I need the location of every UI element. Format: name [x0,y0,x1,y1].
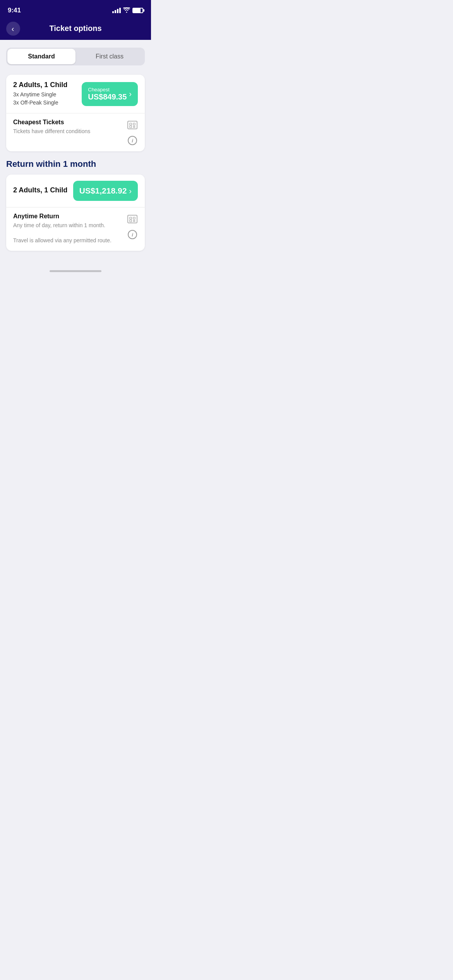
qr-ticket-icon [127,120,138,132]
tab-first-class[interactable]: First class [76,49,144,64]
cheapest-card-subtitle2: 3x Off-Peak Single [13,99,67,107]
svg-rect-0 [128,121,137,129]
svg-rect-12 [133,220,134,221]
svg-rect-11 [130,220,132,222]
cheapest-card-icons: i [127,119,138,145]
signal-icon [112,8,121,13]
cheapest-card-bottom: Cheapest Tickets Tickets have different … [6,113,145,151]
tab-switcher: Standard First class [6,48,145,65]
svg-rect-13 [134,220,135,221]
svg-rect-10 [133,217,135,219]
battery-icon [132,8,143,13]
wifi-icon [123,7,130,14]
cheapest-card-subtitle1: 3x Anytime Single [13,91,67,99]
back-arrow-icon: ‹ [12,25,14,33]
chevron-right-icon: › [129,89,132,98]
svg-rect-2 [133,123,135,125]
cheapest-tickets-title: Cheapest Tickets [13,119,90,126]
return-card-title: 2 Adults, 1 Child [13,186,67,194]
return-qr-ticket-icon [127,214,138,226]
return-card-bottom: Anytime Return Any time of day, return w… [6,207,145,251]
status-bar: 9:41 [0,0,151,19]
page-title: Ticket options [8,24,143,33]
cheapest-tickets-desc: Tickets have different conditions [13,127,90,135]
cheapest-card-info: 2 Adults, 1 Child 3x Anytime Single 3x O… [13,81,67,107]
svg-rect-14 [133,221,134,222]
cheapest-card-top: 2 Adults, 1 Child 3x Anytime Single 3x O… [6,75,145,113]
cheapest-card-title: 2 Adults, 1 Child [13,81,67,89]
svg-rect-1 [130,123,132,125]
svg-rect-3 [130,126,132,128]
home-bar [50,270,101,272]
svg-rect-6 [133,127,134,128]
section-heading: Return within 1 month [6,159,145,169]
info-icon[interactable]: i [128,136,137,145]
home-indicator [0,266,151,275]
status-time: 9:41 [8,7,21,14]
return-card-top: 2 Adults, 1 Child US$1,218.92 › [6,175,145,207]
header: ‹ Ticket options [0,19,151,40]
anytime-return-desc1: Any time of day, return within 1 month. [13,221,112,230]
return-chevron-icon: › [129,187,132,195]
return-card-bottom-row: Anytime Return Any time of day, return w… [13,213,138,245]
return-card: 2 Adults, 1 Child US$1,218.92 › Anytime … [6,175,145,251]
cheapest-price-label: Cheapest [88,87,127,93]
return-info-icon[interactable]: i [128,230,137,239]
return-price-button[interactable]: US$1,218.92 › [73,181,138,201]
return-price-value: US$1,218.92 [79,186,127,195]
anytime-return-desc2: Travel is allowed via any permitted rout… [13,236,112,245]
svg-rect-15 [134,221,135,222]
back-button[interactable]: ‹ [6,22,20,36]
content: Standard First class 2 Adults, 1 Child 3… [0,40,151,266]
status-icons [112,7,143,14]
cheapest-price-value: US$849.35 [88,93,127,101]
tab-standard[interactable]: Standard [7,49,76,64]
cheapest-card-bottom-row: Cheapest Tickets Tickets have different … [13,119,138,145]
svg-rect-4 [133,126,134,127]
svg-rect-8 [128,215,137,223]
cheapest-price-button[interactable]: Cheapest US$849.35 › [82,82,138,106]
return-card-icons: i [127,213,138,239]
svg-rect-7 [134,127,135,128]
anytime-return-title: Anytime Return [13,213,112,220]
cheapest-card: 2 Adults, 1 Child 3x Anytime Single 3x O… [6,75,145,151]
svg-rect-5 [134,126,135,127]
svg-rect-9 [130,217,132,219]
